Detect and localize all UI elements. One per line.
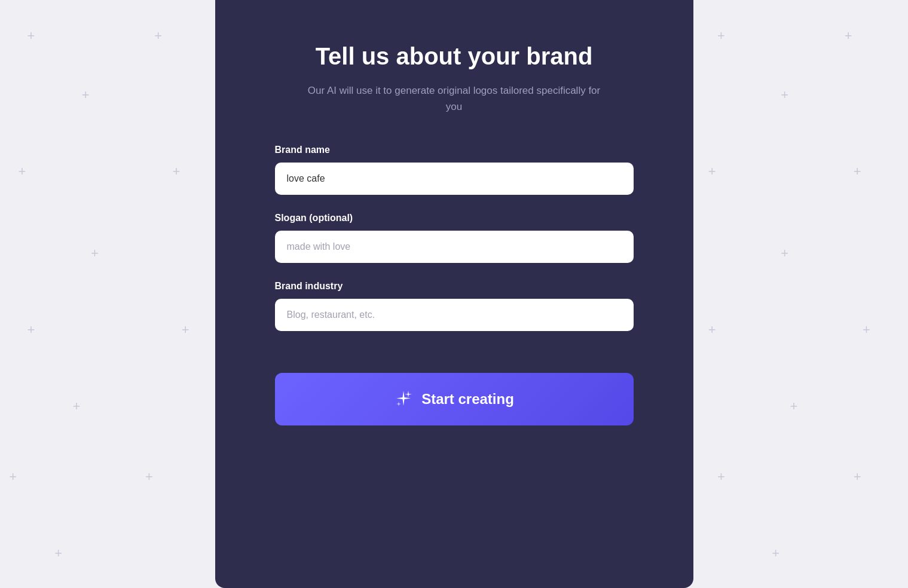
cross-icon: + <box>82 88 90 102</box>
cross-icon: + <box>854 470 861 483</box>
cross-icon: + <box>708 165 716 178</box>
brand-name-group: Brand name <box>275 145 634 195</box>
cross-icon: + <box>91 247 99 260</box>
slogan-label: Slogan (optional) <box>275 213 634 223</box>
slogan-input[interactable] <box>275 231 634 263</box>
main-card: Tell us about your brand Our AI will use… <box>215 0 693 588</box>
cross-icon: + <box>781 88 788 102</box>
cross-icon: + <box>790 400 798 413</box>
brand-industry-input[interactable] <box>275 299 634 331</box>
cross-icon: + <box>27 29 35 42</box>
slogan-group: Slogan (optional) <box>275 213 634 263</box>
brand-name-input[interactable] <box>275 163 634 195</box>
page-subtitle: Our AI will use it to generate original … <box>305 82 604 115</box>
cross-icon: + <box>708 323 716 336</box>
cross-icon: + <box>182 323 189 336</box>
cross-icon: + <box>145 470 153 483</box>
cross-icon: + <box>781 247 788 260</box>
cross-icon: + <box>863 323 870 336</box>
start-creating-label: Start creating <box>421 391 514 408</box>
cross-icon: + <box>54 547 62 560</box>
cross-icon: + <box>717 470 725 483</box>
cross-icon: + <box>772 547 779 560</box>
start-creating-button[interactable]: Start creating <box>275 373 634 425</box>
cross-icon: + <box>73 400 81 413</box>
brand-name-label: Brand name <box>275 145 634 155</box>
brand-industry-label: Brand industry <box>275 281 634 292</box>
brand-industry-group: Brand industry <box>275 281 634 331</box>
cross-icon: + <box>717 29 725 42</box>
cross-icon: + <box>845 29 852 42</box>
cross-icon: + <box>18 165 26 178</box>
cross-icon: + <box>854 165 861 178</box>
brand-form: Brand name Slogan (optional) Brand indus… <box>275 145 634 425</box>
cross-icon: + <box>173 165 181 178</box>
cross-icon: + <box>9 470 17 483</box>
page-title: Tell us about your brand <box>316 42 593 71</box>
cross-icon: + <box>154 29 162 42</box>
sparkle-icon <box>394 390 413 409</box>
cross-icon: + <box>27 323 35 336</box>
